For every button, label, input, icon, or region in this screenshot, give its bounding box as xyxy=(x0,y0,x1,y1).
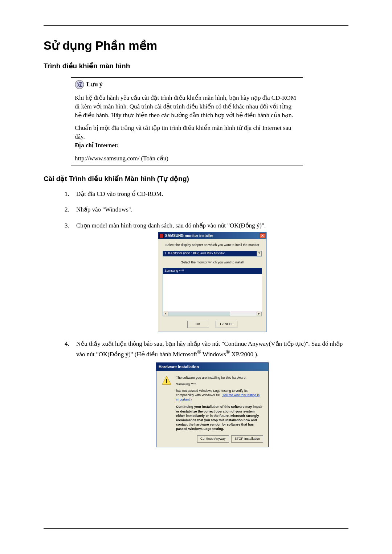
scroll-right-icon[interactable]: ► xyxy=(257,312,262,316)
hw-product: Samsung **** xyxy=(176,382,263,386)
scroll-left-icon[interactable]: ◄ xyxy=(163,312,168,316)
section-heading-driver: Trình điều khiển màn hình xyxy=(44,62,348,70)
note-address-label: Địa chỉ Internet: xyxy=(75,142,119,149)
note-icon xyxy=(75,80,84,89)
note-address-value: http://www.samsung.com/ (Toàn cầu) xyxy=(71,152,303,165)
bottom-rule xyxy=(44,528,348,529)
svg-point-0 xyxy=(75,80,84,89)
installer-titlebar: SAMSUNG monitor installer ✕ xyxy=(158,232,266,239)
install-steps: Đặt đĩa CD vào trong ổ CD-ROM. Nhấp vào … xyxy=(71,189,348,447)
step-4: Nếu thấy xuất hiện thông báo sau, bạn hã… xyxy=(71,339,348,447)
svg-text:!: ! xyxy=(166,378,167,384)
step-3: Chọn model màn hình trong danh sách, sau… xyxy=(71,221,348,332)
warning-icon: ! xyxy=(162,376,172,386)
scroll-track[interactable] xyxy=(168,312,257,316)
stop-installation-button[interactable]: STOP Installation xyxy=(231,435,263,443)
top-rule xyxy=(44,25,348,26)
monitor-listbox[interactable]: Samsung **** xyxy=(163,268,262,311)
hardware-installation-dialog: Hardware Installation ! The software you… xyxy=(156,362,269,447)
hw-dialog-title: Hardware Installation xyxy=(156,363,268,371)
note-para-1: Khi hệ điều hành yêu cầu cài đặt trình đ… xyxy=(71,91,303,122)
app-icon xyxy=(159,234,164,238)
adapter-select-label: Select the display adapter on which you … xyxy=(163,243,262,248)
hw-line2b: ) xyxy=(191,398,192,401)
hw-warning-strong: Continuing your installation of this sof… xyxy=(176,405,263,431)
step-4-text-c: XP/2000 ). xyxy=(230,351,258,358)
step-2: Nhấp vào "Windows". xyxy=(71,205,348,214)
page-title: Sử dụng Phần mềm xyxy=(44,38,348,53)
ok-button[interactable]: OK xyxy=(187,321,209,328)
note-para-2: Chuẩn bị một đĩa trắng và tải tập tin tr… xyxy=(75,124,291,140)
note-header: Lưu ý xyxy=(75,80,299,89)
adapter-combobox-value: 1. RADEON 9550 : Plug and Play Monitor xyxy=(163,251,257,256)
step-4-text-b: Windows xyxy=(201,351,226,358)
close-icon[interactable]: ✕ xyxy=(260,233,265,238)
installer-title: SAMSUNG monitor installer xyxy=(165,233,213,238)
horizontal-scrollbar[interactable]: ◄ ► xyxy=(163,311,262,316)
chevron-down-icon[interactable]: ▼ xyxy=(257,251,262,256)
step-3-text: Chọn model màn hình trong danh sách, sau… xyxy=(76,222,266,229)
installer-window: SAMSUNG monitor installer ✕ Select the d… xyxy=(158,232,267,332)
note-label: Lưu ý xyxy=(86,80,103,89)
hw-line1: The software you are installing for this… xyxy=(176,376,263,380)
adapter-combobox[interactable]: 1. RADEON 9550 : Plug and Play Monitor ▼ xyxy=(163,251,262,257)
continue-anyway-button[interactable]: Continue Anyway xyxy=(197,435,229,443)
scroll-thumb[interactable] xyxy=(168,312,230,316)
note-box: Lưu ý Khi hệ điều hành yêu cầu cài đặt t… xyxy=(71,77,303,165)
monitor-select-label: Select the monitor which you want to ins… xyxy=(163,260,262,265)
step-1: Đặt đĩa CD vào trong ổ CD-ROM. xyxy=(71,189,348,199)
cancel-button[interactable]: CANCEL xyxy=(216,321,237,328)
monitor-list-item[interactable]: Samsung **** xyxy=(163,268,262,274)
section-heading-auto-install: Cài đặt Trình điều khiển Màn hình (Tự độ… xyxy=(44,175,348,183)
